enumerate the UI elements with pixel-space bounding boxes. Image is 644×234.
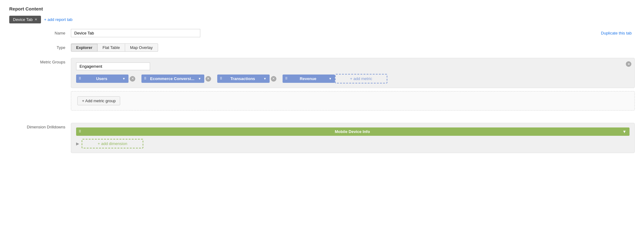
metric-remove-ecommerce[interactable]: ✕ — [206, 76, 211, 82]
drag-handle-icon: ⠿ — [220, 77, 222, 81]
metric-dropdown-users[interactable]: ⠿ Users ▼ — [76, 75, 128, 83]
type-label: Type — [9, 43, 71, 50]
group-close-button[interactable]: ✕ — [626, 61, 631, 67]
metric-groups-section: Metric Groups ✕ ⠿ Users ▼ ✕ — [9, 58, 635, 117]
chevron-down-icon: ▼ — [622, 129, 626, 134]
add-metric-button[interactable]: + add metric — [335, 74, 387, 83]
add-dimension-button[interactable]: + add dimension — [82, 139, 143, 148]
close-icon[interactable]: ✕ — [35, 18, 37, 22]
drag-handle-icon: ⠿ — [285, 77, 287, 81]
name-input[interactable] — [71, 29, 200, 37]
metric-item-transactions: ⠿ Transactions ▼ ✕ — [217, 75, 283, 83]
drag-handle-icon: ⠿ — [79, 77, 81, 81]
drag-handle-icon: ⠿ — [144, 77, 146, 81]
metric-dropdown-revenue[interactable]: ⠿ Revenue ▼ — [283, 75, 335, 83]
add-metric-group-button[interactable]: + Add metric group — [77, 96, 120, 105]
dimension-dropdown-mobile[interactable]: ⠿ Mobile Device Info ▼ — [76, 127, 630, 136]
name-label: Name — [9, 29, 71, 35]
arrow-icon: ▶ — [76, 141, 79, 146]
page-title: Report Content — [9, 6, 635, 11]
dimension-drilldowns-section: Dimension Drilldowns ⠿ Mobile Device Inf… — [9, 123, 635, 153]
metric-dropdown-transactions[interactable]: ⠿ Transactions ▼ — [217, 75, 270, 83]
name-content: Duplicate this tab — [71, 29, 635, 37]
name-row: Duplicate this tab — [71, 29, 635, 37]
tab-bar: Device Tab ✕ + add report tab — [9, 16, 635, 23]
chevron-down-icon: ▼ — [122, 77, 125, 80]
type-section: Type Explorer Flat Table Map Overlay — [9, 43, 635, 52]
metric-groups-label: Metric Groups — [9, 58, 71, 64]
type-btn-explorer[interactable]: Explorer — [71, 43, 98, 52]
metric-item-users: ⠿ Users ▼ ✕ — [76, 75, 141, 83]
metric-label-users: Users — [96, 76, 107, 81]
tab-device-tab[interactable]: Device Tab ✕ — [9, 16, 41, 23]
tab-label: Device Tab — [13, 17, 33, 22]
type-btn-flat-table[interactable]: Flat Table — [98, 43, 125, 52]
metric-label-revenue: Revenue — [300, 76, 316, 81]
duplicate-tab-link[interactable]: Duplicate this tab — [601, 31, 632, 35]
add-dimension-row: ▶ + add dimension — [76, 139, 630, 148]
type-buttons: Explorer Flat Table Map Overlay — [71, 43, 635, 52]
type-btn-map-overlay[interactable]: Map Overlay — [125, 43, 158, 52]
metric-item-ecommerce: ⠿ Ecommerce Conversi... ▼ ✕ — [141, 75, 217, 83]
dimension-box: ⠿ Mobile Device Info ▼ ▶ + add dimension — [71, 123, 635, 153]
add-report-tab-link[interactable]: + add report tab — [44, 17, 72, 22]
metric-label-transactions: Transactions — [230, 76, 255, 81]
metric-group-box: ✕ ⠿ Users ▼ ✕ ⠿ Ecommerce Conversi.. — [71, 58, 635, 88]
metric-label-ecommerce: Ecommerce Conversi... — [150, 76, 194, 81]
type-content: Explorer Flat Table Map Overlay — [71, 43, 635, 52]
metric-item-revenue: ⠿ Revenue ▼ — [283, 75, 335, 83]
dimension-drilldowns-content: ⠿ Mobile Device Info ▼ ▶ + add dimension — [71, 123, 635, 153]
metrics-row: ⠿ Users ▼ ✕ ⠿ Ecommerce Conversi... ▼ ✕ — [76, 74, 630, 83]
name-section: Name Duplicate this tab — [9, 29, 635, 37]
chevron-down-icon: ▼ — [263, 77, 267, 80]
chevron-down-icon: ▼ — [198, 77, 201, 80]
metric-remove-transactions[interactable]: ✕ — [271, 76, 276, 82]
metric-dropdown-ecommerce[interactable]: ⠿ Ecommerce Conversi... ▼ — [141, 75, 204, 83]
dimension-drilldowns-label: Dimension Drilldowns — [9, 123, 71, 129]
metric-groups-content: ✕ ⠿ Users ▼ ✕ ⠿ Ecommerce Conversi.. — [71, 58, 635, 117]
dimension-label-mobile: Mobile Device Info — [335, 129, 370, 134]
add-metric-group-area: + Add metric group — [71, 91, 635, 111]
drag-handle-icon: ⠿ — [79, 130, 81, 134]
metric-remove-users[interactable]: ✕ — [130, 76, 135, 82]
chevron-down-icon: ▼ — [329, 77, 332, 80]
group-name-input[interactable] — [76, 63, 150, 70]
